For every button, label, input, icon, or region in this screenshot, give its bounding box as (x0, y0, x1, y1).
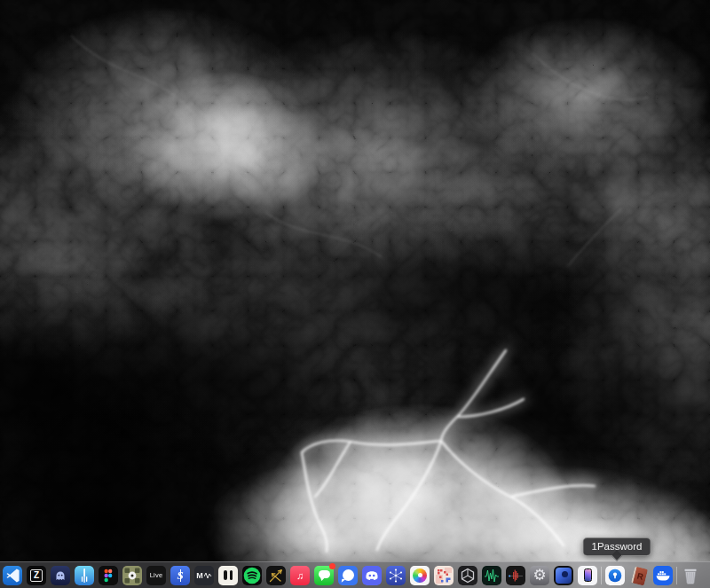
dock-item-unity[interactable] (457, 565, 478, 586)
figma-icon (99, 566, 118, 585)
ghost-icon (51, 566, 70, 585)
gold-arrows-icon (266, 566, 286, 585)
node-graph-icon (386, 566, 406, 585)
spotify-icon (242, 566, 262, 585)
unity-icon (458, 566, 477, 585)
blue-s-icon: S (170, 566, 190, 585)
live-icon: Live (146, 566, 166, 585)
wallpaper-lightning (0, 0, 710, 588)
dock-item-docker[interactable] (652, 565, 674, 586)
dock-item-settings[interactable]: ⚙ (529, 565, 550, 586)
dock-item-sampler[interactable] (122, 565, 143, 586)
dock-item-redwave[interactable] (505, 565, 526, 586)
fork-icon (75, 566, 94, 585)
dock-item-discord[interactable] (361, 565, 383, 586)
melodyne-icon: M (194, 566, 214, 585)
dock-item-pixel[interactable] (433, 565, 454, 586)
dock-item-figma[interactable] (98, 565, 119, 586)
dock-item-fork[interactable] (74, 565, 95, 586)
dock-item-ghostty[interactable] (50, 565, 71, 586)
dock-item-music[interactable]: ♫ (289, 565, 311, 586)
dock-item-vscode[interactable] (2, 565, 23, 586)
dock-item-zed[interactable]: Z (26, 565, 47, 586)
apple-music-icon: ♫ (290, 566, 310, 585)
oscilloscope-icon (482, 566, 501, 585)
dock-item-nodes[interactable] (385, 565, 406, 586)
dock-item-scope[interactable] (481, 565, 502, 586)
vscode-icon (3, 566, 22, 585)
pixel-art-icon (434, 566, 454, 585)
red-book-icon: R (630, 566, 647, 585)
dock-item-trash[interactable] (680, 565, 701, 586)
dock-tooltip: 1Password (583, 537, 651, 556)
docker-whale-icon (653, 566, 673, 585)
gear-icon: ⚙ (530, 566, 549, 585)
dock-item-live[interactable]: Live (146, 565, 167, 586)
dock-item-signal[interactable] (337, 565, 359, 586)
discord-icon (362, 566, 382, 585)
trash-icon (681, 566, 700, 585)
photos-icon (410, 566, 430, 585)
dock-item-iphone[interactable] (577, 565, 598, 586)
iphone-mirroring-icon (578, 566, 597, 585)
1password-keyhole-icon (605, 566, 625, 585)
dock-item-melodyne[interactable]: M (193, 565, 215, 586)
dock-item-staffpad[interactable]: S (170, 565, 191, 586)
zed-icon: Z (27, 566, 46, 585)
dock-item-redbook[interactable]: R (628, 565, 650, 586)
ableton-live-icon (218, 566, 238, 585)
blue-display-icon (554, 566, 573, 585)
dock-item-1password[interactable] (604, 565, 626, 586)
dock-item-goldarrows[interactable] (265, 565, 287, 586)
dock-divider (676, 567, 677, 584)
dock-item-messages[interactable] (313, 565, 335, 586)
notification-badge (329, 563, 336, 570)
dock-item-ableton[interactable] (217, 565, 239, 586)
dock-divider (601, 567, 602, 584)
signal-icon (338, 566, 358, 585)
dock-item-spotify[interactable] (241, 565, 263, 586)
dock-item-display[interactable] (553, 565, 574, 586)
red-waveform-icon (506, 566, 525, 585)
desktop-wallpaper (0, 0, 710, 588)
dock: ZLiveSM♫⚙R (0, 561, 710, 588)
dock-item-photos[interactable] (409, 565, 430, 586)
camo-sampler-icon (122, 566, 142, 585)
